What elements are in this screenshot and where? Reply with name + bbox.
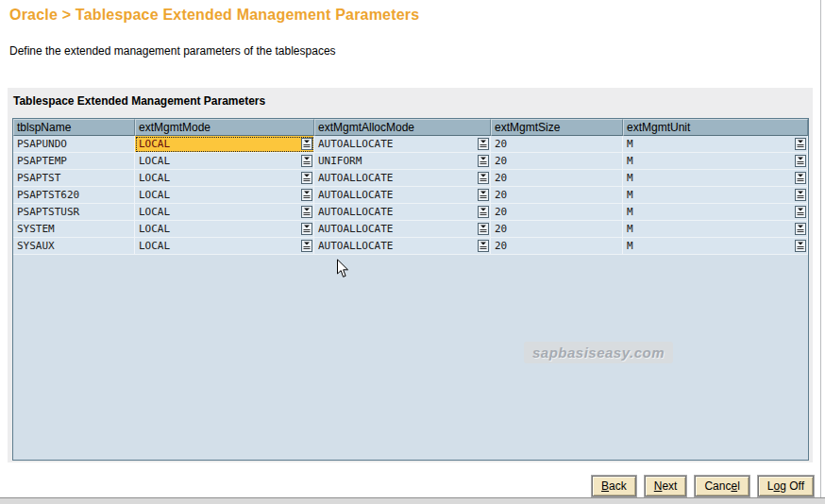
cell-tblspName: PSAPTSTUSR [13,204,135,221]
column-header-extMgmtAllocMode: extMgmtAllocMode [314,119,491,136]
cell-extMgmtUnit[interactable]: M [623,170,808,187]
cell-value: M [627,172,633,184]
dropdown-icon[interactable] [795,240,806,252]
dropdown-icon[interactable] [478,206,489,218]
cell-value: PSAPTST [17,172,60,184]
dropdown-icon[interactable] [478,172,489,184]
dropdown-icon[interactable] [795,138,806,150]
cell-extMgmtMode[interactable]: LOCAL [135,170,314,187]
section-title: Tablespace Extended Management Parameter… [13,94,265,108]
cell-value: LOCAL [139,138,170,150]
cell-extMgmtUnit[interactable]: M [623,136,808,153]
cell-extMgmtSize[interactable]: 20 [491,238,623,255]
cell-extMgmtMode[interactable]: LOCAL [135,136,314,153]
cell-value: SYSTEM [17,223,55,235]
next-button[interactable]: Next [645,476,687,496]
cell-value: AUTOALLOCATE [318,172,393,184]
cell-value: M [627,189,633,201]
table-row: SYSAUXLOCALAUTOALLOCATE20M [13,238,808,255]
column-header-extMgmtUnit: extMgmtUnit [623,119,808,136]
cell-extMgmtUnit[interactable]: M [623,238,808,255]
cell-extMgmtUnit[interactable]: M [623,153,808,170]
cancel-button[interactable]: Cancel [695,476,749,496]
cell-value: 20 [495,223,507,235]
page-subtitle: Define the extended management parameter… [9,44,336,58]
dropdown-icon[interactable] [795,206,806,218]
table-row: PSAPTEMPLOCALUNIFORM20M [13,153,808,170]
dropdown-icon[interactable] [795,189,806,201]
footer-button-row: BackNextCancelLog Off [592,476,814,496]
dropdown-icon[interactable] [301,206,312,218]
cell-extMgmtSize[interactable]: 20 [491,221,623,238]
cell-extMgmtUnit[interactable]: M [623,187,808,204]
cell-extMgmtAllocMode[interactable]: AUTOALLOCATE [314,170,491,187]
cell-tblspName: PSAPTST620 [13,187,135,204]
cell-value: PSAPTSTUSR [17,206,79,218]
cell-tblspName: SYSTEM [13,221,135,238]
content-panel: Tablespace Extended Management Parameter… [8,88,813,462]
cell-value: 20 [495,189,507,201]
dropdown-icon[interactable] [301,155,312,167]
cell-value: LOCAL [139,172,170,184]
cell-value: PSAPUNDO [17,138,67,150]
cell-value: 20 [495,206,507,218]
cell-value: 20 [495,138,507,150]
cell-value: LOCAL [139,206,170,218]
tablespace-table: tblspNameextMgmtModeextMgmtAllocModeextM… [12,118,809,461]
column-header-tblspName: tblspName [13,119,135,136]
cell-value: LOCAL [139,189,170,201]
cell-extMgmtAllocMode[interactable]: AUTOALLOCATE [314,238,491,255]
cell-extMgmtUnit[interactable]: M [623,204,808,221]
cell-extMgmtAllocMode[interactable]: UNIFORM [314,153,491,170]
table-header-row: tblspNameextMgmtModeextMgmtAllocModeextM… [13,119,808,136]
cell-extMgmtSize[interactable]: 20 [491,170,623,187]
table-row: PSAPUNDOLOCALAUTOALLOCATE20M [13,136,808,153]
cell-extMgmtMode[interactable]: LOCAL [135,204,314,221]
dropdown-icon[interactable] [301,189,312,201]
cell-value: SYSAUX [17,240,55,252]
cell-value: AUTOALLOCATE [318,240,393,252]
window-bottom-edge [0,497,825,504]
cell-value: M [627,206,633,218]
cell-tblspName: SYSAUX [13,238,135,255]
dropdown-icon[interactable] [301,138,312,150]
dropdown-icon[interactable] [301,223,312,235]
column-header-extMgmtMode: extMgmtMode [135,119,314,136]
dropdown-icon[interactable] [301,240,312,252]
page-title: Oracle > Tablespace Extended Management … [9,7,419,24]
dropdown-icon[interactable] [301,172,312,184]
dropdown-icon[interactable] [478,138,489,150]
cell-extMgmtSize[interactable]: 20 [491,187,623,204]
watermark: sapbasiseasy.com [524,342,673,363]
cell-tblspName: PSAPUNDO [13,136,135,153]
cell-extMgmtUnit[interactable]: M [623,221,808,238]
back-button[interactable]: Back [592,476,636,496]
cell-extMgmtMode[interactable]: LOCAL [135,221,314,238]
table-body: PSAPUNDOLOCALAUTOALLOCATE20MPSAPTEMPLOCA… [13,136,808,255]
cell-extMgmtAllocMode[interactable]: AUTOALLOCATE [314,187,491,204]
cell-extMgmtMode[interactable]: LOCAL [135,187,314,204]
dropdown-icon[interactable] [478,189,489,201]
dropdown-icon[interactable] [795,155,806,167]
cell-extMgmtSize[interactable]: 20 [491,136,623,153]
dropdown-icon[interactable] [795,223,806,235]
cell-value: M [627,138,633,150]
cell-extMgmtSize[interactable]: 20 [491,204,623,221]
cell-value: LOCAL [139,223,170,235]
table-row: PSAPTSTLOCALAUTOALLOCATE20M [13,170,808,187]
dropdown-icon[interactable] [478,223,489,235]
dropdown-icon[interactable] [478,155,489,167]
logoff-button[interactable]: Log Off [758,476,814,496]
cell-extMgmtMode[interactable]: LOCAL [135,153,314,170]
dropdown-icon[interactable] [795,172,806,184]
cell-extMgmtMode[interactable]: LOCAL [135,238,314,255]
cell-value: 20 [495,240,507,252]
column-header-extMgmtSize: extMgmtSize [491,119,623,136]
cell-extMgmtAllocMode[interactable]: AUTOALLOCATE [314,221,491,238]
cell-value: PSAPTST620 [17,189,79,201]
cell-value: 20 [495,155,507,167]
dropdown-icon[interactable] [478,240,489,252]
cell-extMgmtAllocMode[interactable]: AUTOALLOCATE [314,204,491,221]
cell-extMgmtAllocMode[interactable]: AUTOALLOCATE [314,136,491,153]
cell-extMgmtSize[interactable]: 20 [491,153,623,170]
